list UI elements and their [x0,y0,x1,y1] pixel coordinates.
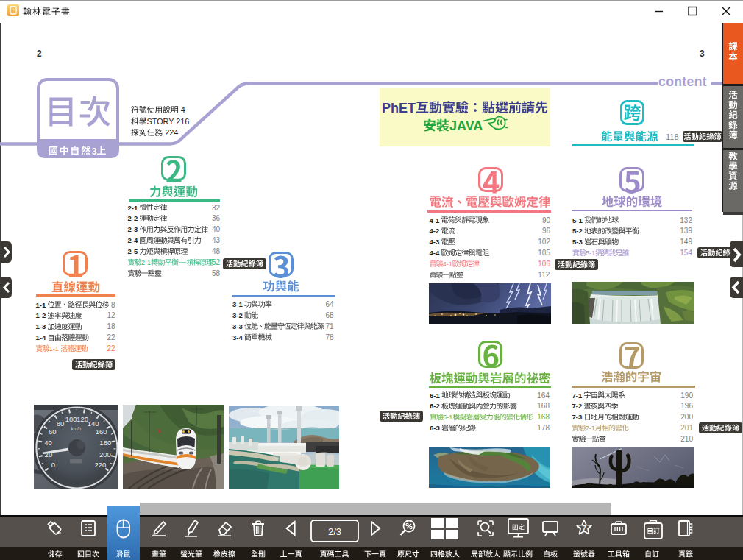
svg-text:224: 224 [165,128,178,137]
svg-text:168: 168 [537,413,550,421]
svg-text:2-3: 2-3 [128,225,138,233]
svg-text:71: 71 [325,322,334,330]
svg-text:STORY 216: STORY 216 [147,117,190,126]
svg-text:102: 102 [538,238,550,246]
svg-text:6-3: 6-3 [430,424,440,432]
svg-text:58: 58 [212,269,221,277]
svg-text:190: 190 [680,391,693,400]
svg-text:7-2: 7-2 [572,402,583,410]
svg-text:1-4: 1-4 [36,333,46,341]
svg-text:164: 164 [537,391,550,400]
svg-text:78: 78 [325,333,334,341]
svg-text:52: 52 [212,258,221,266]
svg-text:106: 106 [538,260,550,268]
svg-text:18: 18 [107,322,115,330]
svg-text:6-1: 6-1 [430,391,440,400]
svg-text:2-1: 2-1 [141,259,151,266]
svg-text:196: 196 [680,402,693,410]
svg-text:2/3: 2/3 [328,526,341,537]
svg-text:112: 112 [538,271,550,279]
svg-text:90: 90 [542,216,551,224]
svg-text:68: 68 [325,311,334,319]
svg-text:5-3: 5-3 [572,238,583,246]
svg-text:32: 32 [212,204,221,212]
svg-text:40: 40 [212,225,221,233]
svg-text:6-2: 6-2 [430,402,440,410]
svg-text:2-5: 2-5 [128,247,138,255]
svg-text:36: 36 [212,214,221,222]
svg-text:118: 118 [666,132,679,141]
svg-text:4: 4 [181,105,185,114]
svg-text:2: 2 [37,49,42,59]
svg-text:8: 8 [111,301,115,309]
svg-text:12: 12 [107,311,115,319]
svg-text:2-2: 2-2 [128,214,138,222]
svg-text:168: 168 [537,402,550,410]
svg-text:154: 154 [680,249,692,257]
svg-text:1-1: 1-1 [49,345,59,352]
svg-text:PhET: PhET [382,101,416,116]
svg-text:7-3: 7-3 [572,413,583,421]
svg-text:4-2: 4-2 [430,227,440,235]
svg-text:6-1: 6-1 [443,414,452,421]
svg-text:2-1: 2-1 [128,204,138,212]
svg-text:201: 201 [680,424,693,432]
svg-text:105: 105 [538,249,550,257]
svg-text:132: 132 [680,216,692,224]
svg-text:4-1: 4-1 [443,260,452,268]
svg-text:3-2: 3-2 [232,311,243,319]
svg-text:5-1: 5-1 [572,216,583,224]
svg-text:5-2: 5-2 [572,227,583,235]
svg-text:4-4: 4-4 [430,249,440,257]
svg-text:1-2: 1-2 [36,311,46,319]
svg-text:43: 43 [212,236,221,244]
svg-text:3: 3 [700,49,705,59]
svg-text:4-1: 4-1 [430,216,440,224]
svg-text:3-1: 3-1 [232,300,243,308]
svg-text:210: 210 [680,435,693,443]
svg-text:96: 96 [542,227,551,235]
svg-text:139: 139 [680,227,692,235]
svg-text:JAVA: JAVA [449,118,483,133]
svg-text:7-1: 7-1 [572,391,583,400]
svg-text:22: 22 [107,333,115,341]
svg-text:3-4: 3-4 [232,333,243,341]
svg-text:2-4: 2-4 [128,236,138,244]
svg-text:7: 7 [582,525,586,533]
svg-text:178: 178 [537,424,550,432]
svg-text:7-1: 7-1 [586,425,595,432]
svg-text:3: 3 [92,146,97,157]
svg-text:5-1: 5-1 [586,249,595,257]
svg-text:149: 149 [680,238,692,246]
svg-text:1-3: 1-3 [36,322,46,330]
svg-text:48: 48 [212,247,221,255]
svg-text:1-1: 1-1 [36,301,46,309]
svg-text:22: 22 [107,344,115,352]
svg-text:64: 64 [325,300,334,308]
svg-text:3-3: 3-3 [232,322,243,330]
svg-text:200: 200 [680,413,693,421]
svg-text:content: content [658,74,707,89]
svg-text:4-3: 4-3 [430,238,440,246]
